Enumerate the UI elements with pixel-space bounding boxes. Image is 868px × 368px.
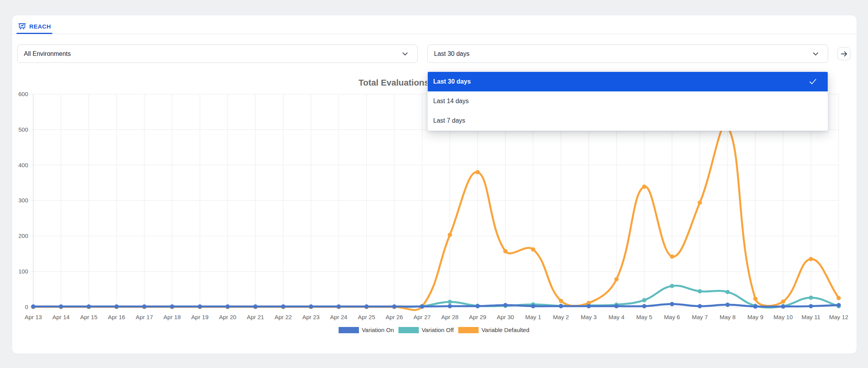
x-tick-label: May 11 [802, 314, 820, 320]
x-tick-label: Apr 15 [80, 314, 97, 320]
x-tick-label: Apr 21 [247, 314, 264, 320]
dropdown-option-label: Last 7 days [433, 117, 818, 124]
data-point [725, 303, 730, 307]
data-point [837, 296, 841, 300]
legend-item-variation-off[interactable]: Variation Off [398, 327, 454, 333]
legend-swatch [458, 327, 479, 333]
data-point [448, 300, 452, 304]
data-point [531, 304, 535, 308]
x-tick-label: May 8 [719, 314, 735, 320]
data-point [309, 304, 313, 309]
data-point [698, 200, 702, 205]
x-tick-label: Apr 22 [274, 314, 292, 320]
chart-legend: Variation OnVariation OffVariable Defaul… [0, 327, 868, 333]
data-point [531, 247, 535, 252]
data-point [142, 304, 147, 309]
arrow-right-icon [840, 50, 848, 58]
data-point [837, 303, 841, 307]
data-point [559, 299, 563, 303]
data-point [170, 304, 174, 309]
x-tick-label: Apr 13 [25, 314, 42, 320]
legend-item-variable-defaulted[interactable]: Variable Defaulted [458, 327, 529, 333]
date-range-select[interactable]: Last 30 days [427, 45, 828, 63]
x-tick-label: Apr 18 [163, 314, 181, 320]
data-point [503, 249, 508, 254]
x-tick-label: Apr 25 [358, 314, 375, 320]
data-point [781, 299, 785, 304]
y-tick-label: 100 [18, 268, 28, 275]
x-tick-label: May 5 [636, 314, 652, 320]
active-tab-indicator [16, 33, 52, 34]
dropdown-option-label: Last 14 days [433, 98, 818, 105]
chart-title: Total Evaluations [359, 78, 429, 88]
x-tick-label: Apr 24 [330, 314, 347, 320]
x-tick-label: Apr 28 [441, 314, 458, 320]
data-point [781, 304, 785, 309]
tab-reach[interactable]: REACH [16, 20, 52, 33]
legend-label: Variation Off [421, 327, 454, 333]
data-point [503, 303, 508, 307]
x-tick-label: Apr 23 [302, 314, 319, 320]
x-tick-label: May 9 [747, 314, 763, 320]
data-point [253, 304, 258, 309]
x-axis-labels: Apr 13Apr 14Apr 15Apr 16Apr 17Apr 18Apr … [25, 314, 848, 320]
legend-label: Variation On [362, 327, 394, 333]
y-tick-label: 600 [18, 91, 28, 97]
data-point [59, 304, 63, 309]
dropdown-option-last-7-days[interactable]: Last 7 days [428, 111, 828, 130]
dropdown-option-last-30-days[interactable]: Last 30 days [428, 72, 828, 91]
data-point [698, 304, 702, 308]
tab-divider [12, 34, 857, 34]
data-point [642, 184, 646, 189]
x-tick-label: May 7 [692, 314, 708, 320]
y-tick-label: 0 [25, 304, 28, 310]
data-point [115, 304, 119, 309]
data-point [725, 290, 730, 294]
y-tick-label: 200 [18, 232, 28, 239]
data-point [226, 304, 230, 309]
checkmark-icon [808, 77, 818, 86]
data-point [614, 304, 619, 308]
date-range-select-value: Last 30 days [434, 50, 811, 57]
legend-swatch [339, 327, 359, 333]
legend-item-variation-on[interactable]: Variation On [339, 327, 394, 333]
data-point [670, 254, 674, 259]
data-point [809, 257, 813, 261]
x-tick-label: Apr 16 [108, 314, 125, 320]
data-point [698, 289, 702, 293]
y-tick-label: 400 [18, 162, 28, 168]
dashboard-page: 0100200300400500600Apr 13Apr 14Apr 15Apr… [0, 0, 868, 368]
x-tick-label: May 10 [773, 314, 793, 320]
tab-reach-label: REACH [29, 23, 51, 30]
data-point [809, 295, 813, 300]
legend-label: Variable Defaulted [481, 327, 529, 333]
data-point [31, 304, 36, 309]
legend-swatch [398, 327, 419, 333]
x-tick-label: May 2 [553, 314, 569, 320]
data-point [642, 304, 646, 308]
dropdown-option-label: Last 30 days [433, 78, 808, 85]
data-point [809, 304, 813, 308]
environment-select-value: All Environments [24, 50, 401, 57]
environment-select[interactable]: All Environments [17, 45, 418, 63]
dropdown-option-last-14-days[interactable]: Last 14 days [428, 91, 828, 111]
series-variable-defaulted [31, 124, 841, 310]
x-tick-label: Apr 17 [136, 314, 153, 320]
data-point [475, 170, 480, 174]
x-tick-label: May 1 [525, 314, 541, 320]
data-point [364, 304, 369, 309]
x-tick-label: Apr 20 [219, 314, 236, 320]
next-page-button[interactable] [838, 47, 850, 60]
data-point [337, 304, 341, 309]
data-point [559, 304, 563, 308]
x-tick-label: May 6 [664, 314, 680, 320]
data-point [614, 277, 619, 281]
data-point [392, 304, 396, 309]
data-point [753, 304, 757, 309]
data-point [448, 233, 452, 237]
x-tick-label: Apr 27 [413, 314, 430, 320]
y-axis-labels: 0100200300400500600 [18, 91, 28, 310]
data-point [420, 304, 424, 309]
date-range-dropdown-menu: Last 30 daysLast 14 daysLast 7 days [427, 71, 828, 131]
presentation-chart-icon [18, 22, 26, 30]
